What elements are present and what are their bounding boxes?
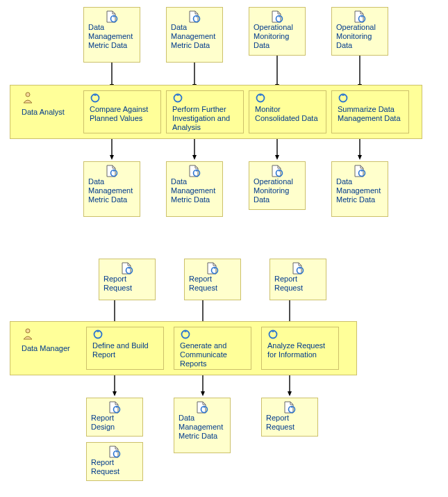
role-icon [22,91,34,104]
document-cycle-icon [266,401,313,414]
task-label: Analyze Request for Information [267,341,333,359]
artifact-label: Report Design [91,414,138,432]
role-label: Data Analyst [22,108,74,116]
document-cycle-icon [254,10,301,23]
role-label: Data Manager [22,344,74,352]
artifact-dm-metric-data-out-3: Data Management Metric Data [331,161,388,217]
arrow-down [201,375,205,396]
document-cycle-icon [274,262,322,275]
task-define-and-build-report: Define and Build Report [86,327,164,370]
document-cycle-icon [336,165,383,177]
task-label: Monitor Consolidated Data [255,105,320,123]
artifact-label: Data Management Metric Data [336,177,383,205]
task-cycle-icon [255,92,320,105]
role-icon [22,327,34,340]
artifact-report-request-out-2: Report Request [261,398,318,437]
document-cycle-icon [88,165,135,177]
artifact-report-design-out: Report Design [86,398,143,437]
artifact-label: Data Management Metric Data [179,414,226,441]
task-label: Generate and Communicate Reports [180,341,245,369]
task-label: Compare Against Planned Values [90,105,155,123]
document-cycle-icon [91,446,138,458]
artifact-label: Report Request [274,275,322,293]
task-cycle-icon [180,329,245,341]
artifact-label: Data Management Metric Data [88,23,135,51]
arrow-down [113,375,117,396]
task-cycle-icon [172,92,238,105]
artifact-dm-metric-data-in-2: Data Management Metric Data [166,7,223,63]
artifact-report-request-in-3: Report Request [269,259,326,300]
task-analyze-request-for-information: Analyze Request for Information [261,327,339,370]
svg-point-38 [26,329,30,333]
artifact-op-mon-data-in-2: Operational Monitoring Data [331,7,388,56]
task-label: Summarize Data Management Data [338,105,403,123]
task-monitor-consolidated-data: Monitor Consolidated Data [249,90,326,133]
task-summarize-data-mgmt-data: Summarize Data Management Data [331,90,409,133]
task-generate-and-communicate-reports: Generate and Communicate Reports [174,327,251,370]
document-cycle-icon [336,10,383,23]
arrow-down [110,139,114,160]
svg-marker-45 [201,391,205,396]
artifact-label: Operational Monitoring Data [254,23,301,51]
task-cycle-icon [267,329,333,341]
arrow-down [192,139,197,160]
artifact-report-request-in-1: Report Request [99,259,156,300]
artifact-label: Data Management Metric Data [171,23,218,51]
document-cycle-icon [88,10,135,23]
svg-marker-20 [192,155,197,160]
document-cycle-icon [189,262,236,275]
arrow-down [288,375,292,396]
artifact-label: Report Request [189,275,236,293]
svg-marker-47 [288,391,292,396]
task-perform-further-investigation: Perform Further Investigation and Analys… [166,90,244,133]
document-cycle-icon [91,401,138,414]
arrow-down [275,139,279,160]
document-cycle-icon [179,401,226,414]
document-cycle-icon [103,262,151,275]
document-cycle-icon [171,10,218,23]
artifact-label: Report Request [103,275,151,293]
artifact-dm-metric-data-out-1: Data Management Metric Data [83,161,140,217]
arrow-down [358,56,362,89]
document-cycle-icon [254,165,301,177]
arrow-down [358,139,362,160]
task-label: Perform Further Investigation and Analys… [172,105,238,133]
artifact-op-mon-data-out: Operational Monitoring Data [249,161,306,210]
document-cycle-icon [171,165,218,177]
arrow-down [275,56,279,89]
task-label: Define and Build Report [92,341,158,359]
svg-marker-22 [275,155,279,160]
artifact-label: Data Management Metric Data [171,177,218,205]
task-cycle-icon [90,92,155,105]
artifact-op-mon-data-in-1: Operational Monitoring Data [249,7,306,56]
task-cycle-icon [92,329,158,341]
artifact-dm-metric-data-in-1: Data Management Metric Data [83,7,140,63]
artifact-report-request-out-1: Report Request [86,442,143,481]
artifact-report-request-in-2: Report Request [184,259,241,300]
artifact-dm-metric-data-out-4: Data Management Metric Data [174,398,231,453]
svg-point-12 [26,92,30,97]
lane-header: Data Analyst [10,85,80,116]
artifact-label: Report Request [91,458,138,476]
artifact-label: Data Management Metric Data [88,177,135,205]
svg-marker-24 [358,155,362,160]
artifact-label: Report Request [266,414,313,432]
svg-marker-18 [110,155,114,160]
task-compare-against-planned-values: Compare Against Planned Values [83,90,161,133]
artifact-label: Operational Monitoring Data [254,177,301,205]
svg-marker-43 [113,391,117,396]
artifact-label: Operational Monitoring Data [336,23,383,51]
task-cycle-icon [338,92,403,105]
lane-header: Data Manager [10,322,80,352]
artifact-dm-metric-data-out-2: Data Management Metric Data [166,161,223,217]
